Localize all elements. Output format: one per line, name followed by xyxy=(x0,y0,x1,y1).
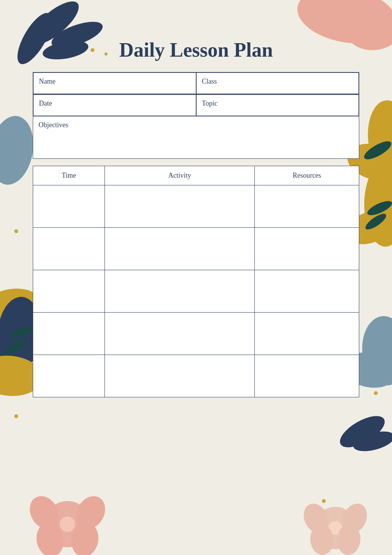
form-grid-bottom: Date Topic xyxy=(33,94,359,116)
resources-cell[interactable] xyxy=(255,185,359,228)
svg-point-8 xyxy=(362,138,392,163)
activity-cell[interactable] xyxy=(105,313,255,355)
svg-point-27 xyxy=(70,491,111,535)
time-cell[interactable] xyxy=(33,270,105,313)
resources-cell[interactable] xyxy=(255,270,359,313)
svg-point-41 xyxy=(374,391,378,395)
svg-point-20 xyxy=(359,314,392,387)
table-row xyxy=(33,270,359,313)
svg-point-40 xyxy=(14,229,18,233)
svg-point-13 xyxy=(363,211,388,232)
form-grid-top: Name Class xyxy=(33,72,359,94)
time-cell[interactable] xyxy=(33,185,105,228)
svg-point-34 xyxy=(309,523,335,555)
table-row xyxy=(33,313,359,355)
resources-cell[interactable] xyxy=(255,355,359,397)
topic-field[interactable]: Topic xyxy=(196,94,359,116)
svg-point-12 xyxy=(365,198,392,218)
activity-cell[interactable] xyxy=(105,185,255,228)
svg-point-25 xyxy=(60,516,75,532)
class-field[interactable]: Class xyxy=(196,72,359,94)
objectives-field[interactable]: Objectives xyxy=(33,116,359,159)
time-cell[interactable] xyxy=(33,313,105,355)
date-field[interactable]: Date xyxy=(33,94,196,116)
name-field[interactable]: Name xyxy=(33,72,196,94)
svg-point-30 xyxy=(314,507,357,549)
page: Daily Lesson Plan Name Class Date Topic … xyxy=(0,0,392,555)
main-content: Daily Lesson Plan Name Class Date Topic … xyxy=(33,39,359,486)
table-row xyxy=(33,355,359,397)
activity-cell[interactable] xyxy=(105,228,255,270)
activity-cell[interactable] xyxy=(105,355,255,397)
table-row xyxy=(33,228,359,270)
page-title: Daily Lesson Plan xyxy=(33,39,359,61)
svg-point-33 xyxy=(338,500,372,537)
schedule-table: Time Activity Resources xyxy=(33,166,359,397)
table-row xyxy=(33,185,359,228)
svg-point-6 xyxy=(365,99,392,179)
svg-point-28 xyxy=(34,520,67,555)
resources-cell[interactable] xyxy=(255,313,359,355)
activity-cell[interactable] xyxy=(105,270,255,313)
time-cell[interactable] xyxy=(33,355,105,397)
time-cell[interactable] xyxy=(33,228,105,270)
svg-point-43 xyxy=(322,499,326,503)
col-time: Time xyxy=(33,166,105,185)
resources-cell[interactable] xyxy=(255,228,359,270)
svg-point-24 xyxy=(44,501,91,547)
col-resources: Resources xyxy=(255,166,359,185)
svg-point-42 xyxy=(14,414,18,418)
svg-point-17 xyxy=(9,325,33,340)
svg-point-32 xyxy=(299,500,333,537)
svg-point-35 xyxy=(336,523,362,555)
svg-point-10 xyxy=(364,162,392,247)
svg-point-18 xyxy=(4,338,28,356)
svg-point-26 xyxy=(24,491,65,535)
col-activity: Activity xyxy=(105,166,255,185)
svg-point-29 xyxy=(69,520,101,555)
svg-point-31 xyxy=(328,521,342,535)
